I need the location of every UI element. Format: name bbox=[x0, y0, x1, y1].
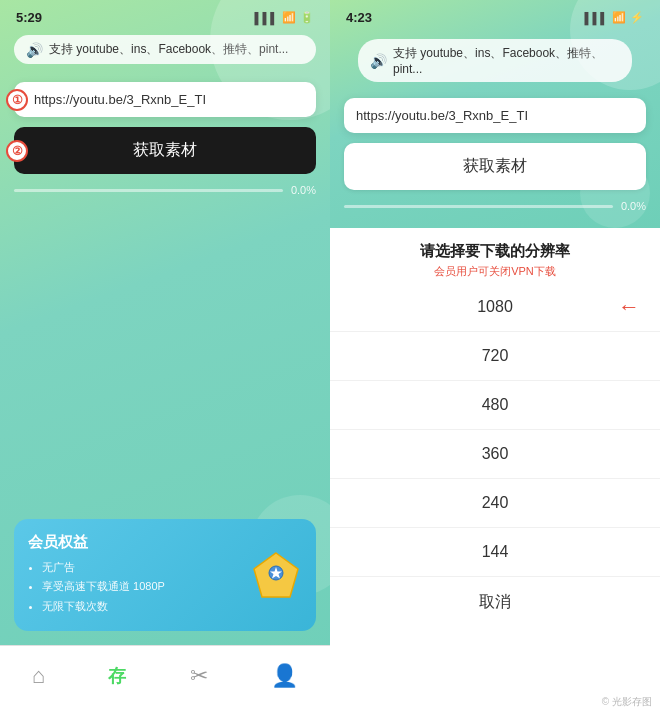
step-badge-2: ② bbox=[6, 140, 28, 162]
right-panel: 4:23 ▌▌▌ 📶 ⚡ 🔊 支持 youtube、ins、Facebook、推… bbox=[330, 0, 660, 715]
resolution-header: 请选择要下载的分辨率 会员用户可关闭VPN下载 bbox=[330, 228, 660, 283]
resolution-value-1080: 1080 bbox=[477, 298, 513, 316]
member-title: 会员权益 bbox=[28, 533, 165, 552]
main-content-left: ① https://youtu.be/3_Rxnb_E_TI ② 获取素材 0.… bbox=[0, 70, 330, 519]
url-display-right[interactable]: https://youtu.be/3_Rxnb_E_TI bbox=[344, 98, 646, 133]
left-panel: 5:29 ▌▌▌ 📶 🔋 🔊 支持 youtube、ins、Facebook、推… bbox=[0, 0, 330, 715]
status-icons-right: ▌▌▌ 📶 ⚡ bbox=[585, 11, 644, 24]
resolution-480[interactable]: 480 bbox=[330, 381, 660, 430]
step-badge-1: ① bbox=[6, 89, 28, 111]
tab-cut[interactable]: ✂ bbox=[190, 663, 208, 689]
resolution-value-360: 360 bbox=[482, 445, 509, 463]
resolution-value-720: 720 bbox=[482, 347, 509, 365]
url-container: ① https://youtu.be/3_Rxnb_E_TI bbox=[14, 82, 316, 117]
resolution-list: 1080 ← 720 480 360 240 144 bbox=[330, 283, 660, 577]
fetch-btn-left[interactable]: 获取素材 bbox=[14, 127, 316, 174]
benefit-1: 无广告 bbox=[42, 558, 165, 578]
right-top-content: 🔊 支持 youtube、ins、Facebook、推特、pint... htt… bbox=[330, 29, 660, 218]
status-bar-left: 5:29 ▌▌▌ 📶 🔋 bbox=[0, 0, 330, 29]
resolution-144[interactable]: 144 bbox=[330, 528, 660, 577]
resolution-value-480: 480 bbox=[482, 396, 509, 414]
resolution-section: 请选择要下载的分辨率 会员用户可关闭VPN下载 1080 ← 720 480 3… bbox=[330, 228, 660, 715]
resolution-720[interactable]: 720 bbox=[330, 332, 660, 381]
resolution-360[interactable]: 360 bbox=[330, 430, 660, 479]
status-bar-right: 4:23 ▌▌▌ 📶 ⚡ bbox=[330, 0, 660, 29]
notification-bar-right: 🔊 支持 youtube、ins、Facebook、推特、pint... bbox=[358, 39, 632, 82]
profile-icon: 👤 bbox=[271, 663, 298, 689]
benefit-2: 享受高速下载通道 1080P bbox=[42, 577, 165, 597]
member-benefits: 无广告 享受高速下载通道 1080P 无限下载次数 bbox=[28, 558, 165, 617]
url-display[interactable]: https://youtu.be/3_Rxnb_E_TI bbox=[14, 82, 316, 117]
cancel-button[interactable]: 取消 bbox=[330, 577, 660, 628]
progress-track-right bbox=[344, 205, 613, 208]
time-left: 5:29 bbox=[16, 10, 42, 25]
cut-icon: ✂ bbox=[190, 663, 208, 689]
tab-home[interactable]: ⌂ bbox=[32, 663, 45, 689]
signal-icon-left: ▌▌▌ bbox=[255, 12, 278, 24]
crown-icon bbox=[250, 549, 302, 601]
progress-text-left: 0.0% bbox=[291, 184, 316, 196]
tab-save[interactable]: 存 bbox=[108, 664, 126, 688]
progress-container-left: 0.0% bbox=[14, 184, 316, 196]
resolution-1080[interactable]: 1080 ← bbox=[330, 283, 660, 332]
fetch-btn-right[interactable]: 获取素材 bbox=[344, 143, 646, 190]
right-top: 4:23 ▌▌▌ 📶 ⚡ 🔊 支持 youtube、ins、Facebook、推… bbox=[330, 0, 660, 228]
member-text: 会员权益 无广告 享受高速下载通道 1080P 无限下载次数 bbox=[28, 533, 165, 617]
wifi-icon-right: 📶 bbox=[612, 11, 626, 24]
save-icon: 存 bbox=[108, 664, 126, 688]
battery-icon-left: 🔋 bbox=[300, 11, 314, 24]
speaker-icon-right: 🔊 bbox=[370, 53, 387, 69]
battery-icon-right: ⚡ bbox=[630, 11, 644, 24]
progress-track-left bbox=[14, 189, 283, 192]
time-right: 4:23 bbox=[346, 10, 372, 25]
signal-icon-right: ▌▌▌ bbox=[585, 12, 608, 24]
tab-bar-left: ⌂ 存 ✂ 👤 bbox=[0, 645, 330, 715]
resolution-title: 请选择要下载的分辨率 bbox=[340, 242, 650, 261]
status-icons-left: ▌▌▌ 📶 🔋 bbox=[255, 11, 314, 24]
btn-container: ② 获取素材 bbox=[14, 127, 316, 174]
cancel-label: 取消 bbox=[479, 592, 511, 613]
speaker-icon-left: 🔊 bbox=[26, 42, 43, 58]
notification-text-right: 支持 youtube、ins、Facebook、推特、pint... bbox=[393, 45, 620, 76]
progress-text-right: 0.0% bbox=[621, 200, 646, 212]
resolution-240[interactable]: 240 bbox=[330, 479, 660, 528]
arrow-icon: ← bbox=[618, 294, 640, 320]
member-card[interactable]: 会员权益 无广告 享受高速下载通道 1080P 无限下载次数 bbox=[14, 519, 316, 631]
progress-bar-right: 0.0% bbox=[344, 200, 646, 212]
notification-text-left: 支持 youtube、ins、Facebook、推特、pint... bbox=[49, 41, 288, 58]
resolution-subtitle: 会员用户可关闭VPN下载 bbox=[340, 264, 650, 279]
notification-bar-left: 🔊 支持 youtube、ins、Facebook、推特、pint... bbox=[14, 35, 316, 64]
watermark: © 光影存图 bbox=[602, 695, 652, 709]
home-icon: ⌂ bbox=[32, 663, 45, 689]
resolution-value-240: 240 bbox=[482, 494, 509, 512]
tab-profile[interactable]: 👤 bbox=[271, 663, 298, 689]
wifi-icon-left: 📶 bbox=[282, 11, 296, 24]
resolution-value-144: 144 bbox=[482, 543, 509, 561]
benefit-3: 无限下载次数 bbox=[42, 597, 165, 617]
